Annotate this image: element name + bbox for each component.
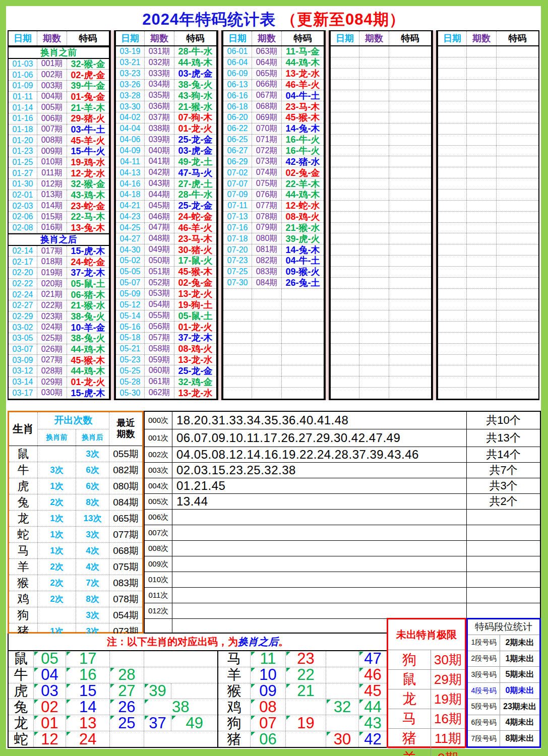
draw-row: 03-30036期21-猴-水	[116, 101, 216, 112]
zodiac-numbers-row: 虎03152739	[9, 683, 217, 700]
draw-period: 012期	[37, 179, 67, 190]
draw-date: 06-09	[223, 69, 252, 79]
empty-row	[438, 201, 538, 212]
draw-date: 07-13	[223, 212, 252, 222]
missing-zodiac-title: 未出特肖极限	[388, 619, 465, 650]
draw-row: 07-18080期39-虎-火	[223, 233, 324, 244]
draw-row: 06-04064期44-鸡-木	[223, 57, 324, 69]
number-cell: 42	[359, 731, 387, 747]
empty-code-cell	[497, 146, 538, 156]
missing-zodiac-period: 19期	[431, 689, 465, 709]
draw-code: 09-猴-火	[282, 267, 324, 277]
empty-period-cell	[467, 310, 497, 321]
draw-code: 39-牛-金	[67, 81, 109, 91]
draw-code: 23-马-木	[174, 233, 216, 244]
draw-period: 040期	[145, 146, 174, 156]
empty-period-cell	[359, 267, 389, 277]
empty-period-cell	[359, 223, 389, 233]
missing-zodiac-period: 9期	[431, 748, 465, 756]
draw-period: 038期	[145, 123, 174, 134]
draw-code: 19-狗-土	[174, 299, 216, 310]
zodiac-name: 鸡	[9, 591, 38, 607]
empty-row	[438, 344, 538, 355]
draw-code: 21-猴-水	[282, 223, 324, 233]
empty-row	[438, 212, 538, 223]
empty-code-cell	[497, 57, 538, 68]
frequency-row: 007次	[145, 525, 540, 541]
draw-date: 05-18	[116, 333, 145, 343]
empty-code-cell	[282, 310, 324, 321]
missing-zodiac-row: 龙19期	[388, 689, 465, 709]
empty-period-cell	[467, 156, 497, 167]
draw-code: 08-鸡-火	[282, 212, 324, 222]
empty-row	[438, 90, 538, 101]
draw-row: 02-06015期22-马-木	[9, 212, 109, 223]
empty-row	[438, 289, 538, 300]
draw-period: 042期	[145, 167, 174, 178]
number-cell: 04	[34, 667, 67, 683]
draw-period: 033期	[145, 69, 174, 79]
segment-stats-row: 7段号码8期未出	[468, 731, 539, 746]
draw-row: 03-26034期38-兔-火	[116, 80, 216, 91]
empty-code-cell	[497, 355, 538, 365]
recent-period: 083期	[109, 575, 142, 591]
draw-date: 03-14	[9, 377, 37, 388]
empty-code-cell	[389, 123, 431, 134]
empty-row	[438, 365, 538, 376]
draw-row: 06-18068期23-马-木	[223, 101, 324, 112]
empty-code-cell	[497, 256, 538, 266]
draw-period: 011期	[37, 168, 67, 178]
empty-row	[331, 178, 431, 190]
draw-code: 06-猪-木	[67, 289, 109, 300]
draw-row: 05-14055期05-鼠-土	[116, 310, 216, 322]
empty-date-cell	[331, 135, 359, 145]
draw-row: 03-02024期10-羊-金	[9, 322, 109, 333]
frequency-total	[466, 510, 540, 525]
col-header-period: 期数	[37, 31, 67, 45]
zodiac-name: 狗	[9, 607, 38, 623]
zodiac-stats-row: 猴2次7次083期	[9, 575, 142, 591]
empty-period-cell	[252, 289, 282, 299]
draw-row: 03-28035期43-狗-水	[116, 90, 216, 101]
empty-row	[331, 156, 431, 167]
draw-period: 072期	[252, 146, 282, 156]
segment-stats-row: 5段号码23期未出	[468, 699, 539, 715]
draw-row: 01-03001期32-猴-金	[9, 59, 109, 70]
empty-code-cell	[389, 201, 431, 211]
draw-date: 02-08	[9, 223, 37, 233]
draw-period: 059期	[145, 355, 174, 365]
draw-period: 017期	[37, 246, 67, 257]
draw-code: 24-蛇-金	[174, 212, 216, 222]
draw-date: 04-04	[116, 123, 145, 134]
draw-code: 13-龙-水	[174, 388, 216, 398]
frequency-total	[466, 588, 540, 603]
empty-period-cell	[467, 135, 497, 145]
empty-period-cell	[359, 156, 389, 167]
empty-code-cell	[389, 69, 431, 79]
zodiac-numbers-row: 兔02142638	[9, 699, 217, 715]
empty-period-cell	[359, 46, 389, 57]
header-zodiac: 生肖	[9, 412, 38, 446]
count-after: 8次	[76, 591, 109, 607]
draw-code: 15-虎-木	[67, 246, 109, 257]
empty-period-cell	[359, 69, 389, 79]
draw-date: 06-27	[223, 146, 252, 156]
empty-date-cell	[331, 310, 359, 321]
empty-period-cell	[467, 289, 497, 299]
empty-period-cell	[467, 355, 497, 365]
empty-date-cell	[438, 46, 467, 57]
empty-period-cell	[252, 344, 282, 354]
empty-code-cell	[389, 233, 431, 244]
draws-column-group: 日期期数特码06-01063期11-马-金06-04064期44-鸡-木06-0…	[222, 30, 325, 400]
section-label: 换肖之前	[9, 46, 109, 58]
draw-row: 07-16079期21-猴-水	[223, 223, 324, 234]
empty-period-cell	[359, 333, 389, 343]
group-separator	[110, 30, 115, 400]
empty-row	[438, 80, 538, 91]
zodiac-stats-row: 羊2次4次075期	[9, 559, 142, 575]
count-after: 3次	[76, 446, 109, 462]
frequency-label: 003次	[145, 463, 172, 478]
count-before: 1次	[38, 511, 76, 526]
empty-number-cell	[326, 715, 359, 731]
empty-date-cell	[438, 299, 467, 310]
